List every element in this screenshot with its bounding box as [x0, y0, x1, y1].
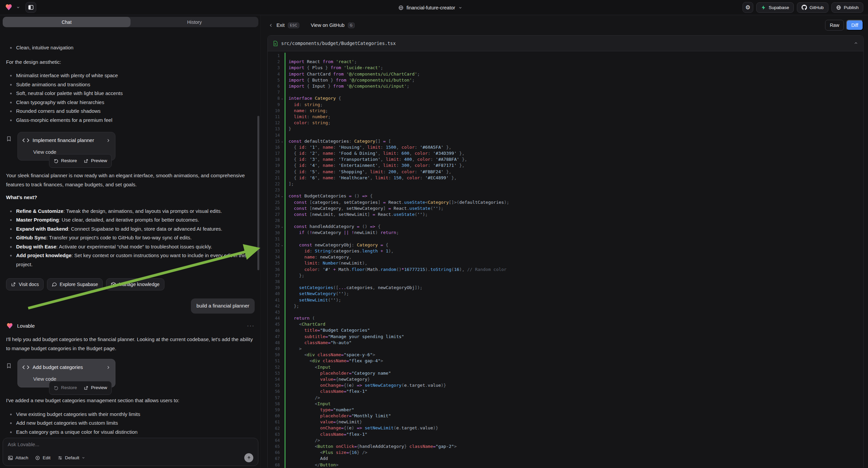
fold-chevron-icon[interactable]: ⌄	[280, 193, 284, 199]
list-item: View existing budget categories with the…	[6, 410, 255, 419]
code-text: <Button onClick={handleAddCategory} clas…	[285, 443, 457, 449]
code-toolbar: Exit ESC View on GitHub G Raw Diff	[261, 15, 868, 35]
assistant-name: Lovable	[17, 322, 35, 331]
visit-docs-button[interactable]: Visit docs	[6, 278, 43, 290]
edit-mode-button[interactable]: Edit	[35, 455, 50, 461]
line-number: 67	[268, 456, 280, 461]
line-number: 8	[268, 96, 280, 101]
project-switcher[interactable]: financial-future-creator	[398, 0, 462, 15]
code-line: 40 setNewCategory('');	[268, 291, 863, 297]
model-selector[interactable]: Default	[57, 455, 86, 461]
line-number: 58	[268, 402, 280, 406]
explore-supabase-button[interactable]: Explore Supabase	[47, 278, 103, 290]
publish-button[interactable]: Publish	[831, 2, 863, 13]
code-text: }	[285, 126, 291, 132]
code-line: 60 placeholder="Monthly limit"	[268, 413, 863, 419]
tab-chat[interactable]: Chat	[3, 17, 130, 27]
code-text: const [categories, setCategories] = Reac…	[285, 199, 509, 205]
code-text: { id: '5', name: 'Shopping', limit: 200,…	[285, 169, 451, 175]
chat-scrollbar[interactable]	[257, 116, 259, 270]
code-line: 45 <ChartCard	[268, 321, 863, 327]
line-number: 17	[268, 151, 280, 156]
fold-chevron-icon[interactable]: ⌄	[280, 95, 284, 101]
code-line: 42 };	[268, 303, 863, 309]
line-number: 12	[268, 120, 280, 125]
code-text: setCategories([...categories, newCategor…	[285, 285, 423, 291]
line-number: 9	[268, 103, 280, 107]
sidebar-toggle-button[interactable]	[26, 2, 36, 13]
list-item: Minimalist interface with plenty of whit…	[6, 71, 255, 80]
code-line: 38	[268, 279, 863, 285]
code-line: 4 import ChartCard from '@/components/ui…	[268, 71, 863, 77]
code-line: 13 }	[268, 126, 863, 132]
diff-added-gutter	[284, 309, 285, 315]
preview-button[interactable]: Preview	[84, 383, 107, 392]
line-number: 65	[268, 444, 280, 449]
line-number: 40	[268, 291, 280, 296]
restore-button[interactable]: Restore	[54, 383, 77, 392]
more-options-icon[interactable]: ···	[247, 322, 255, 331]
external-link-icon	[11, 282, 16, 287]
manage-knowledge-button[interactable]: Manage knowledge	[106, 278, 164, 290]
code-text: className="flex-1"	[285, 388, 367, 394]
restore-button[interactable]: Restore	[54, 156, 77, 166]
line-number: 43	[268, 310, 280, 315]
code-line: 62 onChange={(e) => setNewLimit(e.target…	[268, 425, 863, 431]
list-item: Master Prompting: Use clear, detailed, a…	[6, 215, 255, 225]
raw-toggle-button[interactable]: Raw	[825, 20, 844, 31]
fold-chevron-icon[interactable]: ⌄	[280, 138, 284, 144]
line-number: 61	[268, 420, 280, 425]
code-line: 27 const [newLimit, setNewLimit] = React…	[268, 211, 863, 217]
line-number: 35	[268, 261, 280, 266]
design-bullet-list: Minimalist interface with plenty of whit…	[6, 71, 255, 124]
diff-toggle-button[interactable]: Diff	[846, 20, 863, 31]
code-editor[interactable]: 1 2 import React from 'react'; 3	[268, 51, 863, 468]
code-line: 52 <Input	[268, 364, 863, 370]
github-button[interactable]: GitHub	[797, 2, 829, 13]
settings-button[interactable]: ⚙	[743, 2, 753, 13]
code-line: 26 const [newCategory, setNewCategory] =…	[268, 205, 863, 211]
bookmark-icon[interactable]	[6, 359, 13, 387]
line-number: 46	[268, 328, 280, 333]
line-number: 31	[268, 237, 280, 241]
fold-chevron-icon[interactable]: ⌄	[280, 242, 284, 248]
assistant-paragraph: I've added a new budget categories manag…	[6, 396, 255, 405]
code-text: };	[285, 273, 304, 279]
code-text: return (	[285, 315, 315, 321]
view-on-github-button[interactable]: View on GitHub	[311, 23, 344, 28]
code-line: 11 limit: number;	[268, 114, 863, 120]
line-number: 57	[268, 396, 280, 400]
exit-button[interactable]: Exit	[276, 23, 284, 28]
code-line: 56 className="flex-1"	[268, 388, 863, 394]
list-item: Refine & Customize: Tweak the design, an…	[6, 207, 255, 216]
collapse-chevron-up-icon[interactable]	[854, 41, 858, 46]
code-text: onChange={(e) => setNewLimit(e.target.va…	[285, 425, 438, 431]
code-text: value={newLimit}	[285, 419, 362, 425]
fold-chevron-icon[interactable]: ⌄	[280, 224, 284, 230]
code-text: const handleAddCategory = () => {	[285, 224, 380, 230]
diff-added-gutter	[284, 279, 285, 285]
line-number: 50	[268, 352, 280, 357]
list-item: Debug with Ease: Activate our experiment…	[6, 242, 255, 252]
code-line: 55 onChange={(e) => setNewCategory(e.tar…	[268, 382, 863, 388]
logo-chevron-down-icon[interactable]	[16, 5, 20, 9]
code-line: 10 name: string;	[268, 108, 863, 114]
list-item: Expand with Backend: Connect Supabase to…	[6, 225, 255, 234]
chat-input[interactable]	[8, 441, 253, 453]
send-button[interactable]	[244, 453, 253, 462]
attach-button[interactable]: Attach	[8, 455, 28, 461]
lovable-logo-heart-icon[interactable]	[5, 3, 13, 11]
code-line: 46 title="Budget Categories"	[268, 327, 863, 333]
bookmark-icon[interactable]	[6, 132, 13, 160]
code-text: ];	[285, 181, 294, 187]
supabase-button[interactable]: Supabase	[756, 2, 794, 13]
line-number: 6	[268, 84, 280, 89]
code-line: 7	[268, 89, 863, 95]
tab-history[interactable]: History	[130, 17, 258, 27]
code-text: interface Category {	[285, 95, 341, 101]
code-line: 1	[268, 53, 863, 59]
line-number: 30	[268, 231, 280, 235]
line-number: 48	[268, 341, 280, 345]
file-header[interactable]: src/components/budget/BudgetCategories.t…	[268, 36, 863, 51]
preview-button[interactable]: Preview	[84, 156, 107, 166]
